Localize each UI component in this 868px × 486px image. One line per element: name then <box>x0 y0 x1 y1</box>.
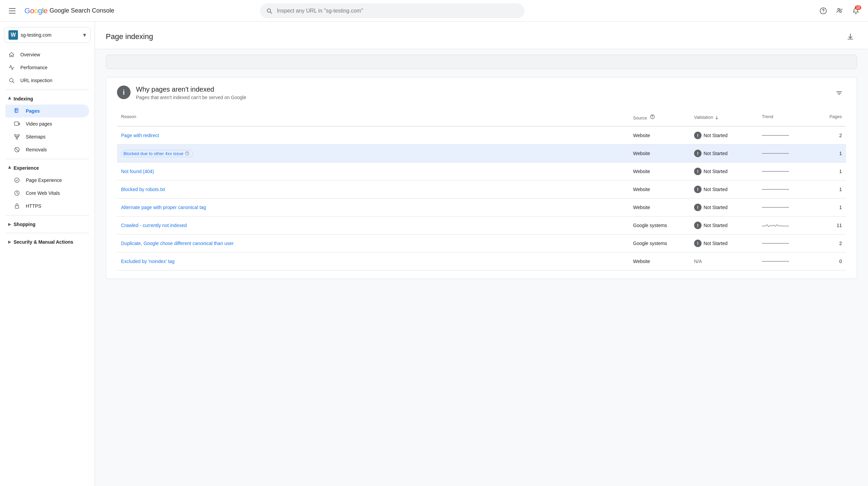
site-name: sg-testing.com <box>21 32 80 38</box>
sidebar-item-pages[interactable]: Pages <box>5 105 89 117</box>
sidebar-item-performance[interactable]: Performance <box>0 61 89 74</box>
table-row[interactable]: Duplicate, Google chose different canoni… <box>117 235 846 253</box>
table-row[interactable]: Alternate page with proper canonical tag… <box>117 199 846 217</box>
overview-label: Overview <box>20 52 40 57</box>
home-icon <box>8 52 15 58</box>
pages-label: Pages <box>26 108 40 114</box>
trend-line-wavy <box>762 221 789 229</box>
filter-icon <box>836 90 843 97</box>
security-section-header[interactable]: ▸ Security & Manual Actions <box>0 236 95 248</box>
table-row[interactable]: Not found (404) Website ! Not Started <box>117 163 846 181</box>
sidebar-item-overview[interactable]: Overview <box>0 48 89 61</box>
chip-help-icon <box>185 151 190 156</box>
sidebar-item-sitemaps[interactable]: Sitemaps <box>5 130 89 143</box>
status-badge: ! Not Started <box>694 222 728 229</box>
experience-subnav: Page Experience Core Web Vitals <box>0 174 95 212</box>
indexing-subnav: Pages Video pages <box>0 105 95 156</box>
warning-icon: ! <box>694 150 702 157</box>
status-badge: ! Not Started <box>694 150 728 157</box>
td-reason: Blocked due to other 4xx issue <box>117 145 629 162</box>
th-validation[interactable]: Validation <box>690 111 758 123</box>
sidebar-item-page-experience[interactable]: Page Experience <box>5 174 89 187</box>
td-trend <box>758 235 819 252</box>
help-icon <box>820 7 827 15</box>
th-pages: Pages <box>819 111 846 123</box>
sidebar-item-video-pages[interactable]: Video pages <box>5 117 89 130</box>
why-title: Why pages aren't indexed <box>136 86 832 93</box>
status-badge: ! Not Started <box>694 132 728 139</box>
th-trend: Trend <box>758 111 819 123</box>
search-bar[interactable] <box>260 3 525 18</box>
td-pages: 1 <box>819 163 846 180</box>
warning-icon: ! <box>694 186 702 193</box>
core-web-vitals-label: Core Web Vitals <box>26 190 60 196</box>
td-validation: ! Not Started <box>690 181 758 198</box>
td-validation: ! Not Started <box>690 127 758 144</box>
search-input[interactable] <box>277 8 519 14</box>
td-source: Google systems <box>629 217 690 234</box>
download-button[interactable] <box>844 30 857 43</box>
why-card-content: i Why pages aren't indexed Pages that ar… <box>106 77 857 279</box>
trend-line <box>762 239 789 247</box>
td-trend <box>758 253 819 270</box>
td-trend <box>758 217 819 234</box>
td-validation: ! Not Started <box>690 145 758 162</box>
td-reason: Blocked by robots.txt <box>117 181 629 198</box>
td-trend <box>758 163 819 180</box>
info-icon: i <box>117 86 131 99</box>
sidebar-item-core-web-vitals[interactable]: Core Web Vitals <box>5 187 89 200</box>
help-button[interactable] <box>816 4 830 18</box>
logo[interactable]: Google Google Search Console <box>24 6 114 15</box>
hamburger-icon <box>6 5 18 16</box>
experience-section-header[interactable]: ▾ Experience <box>0 162 95 174</box>
shopping-section-label: Shopping <box>14 222 36 227</box>
table-row[interactable]: Page with redirect Website ! Not Started <box>117 127 846 145</box>
sidebar-item-https[interactable]: HTTPS <box>5 200 89 212</box>
svg-rect-15 <box>15 206 19 208</box>
warning-icon: ! <box>694 222 702 229</box>
td-trend <box>758 145 819 162</box>
indexing-section-header[interactable]: ▾ Indexing <box>0 93 95 105</box>
search-nav-icon <box>8 77 15 83</box>
sidebar-item-removals[interactable]: Removals <box>5 143 89 156</box>
menu-button[interactable] <box>5 4 19 18</box>
source-help-icon <box>650 114 655 119</box>
na-text: N/A <box>694 259 702 264</box>
shopping-section-header[interactable]: ▸ Shopping <box>0 218 95 230</box>
svg-line-12 <box>15 148 19 152</box>
indexing-section-label: Indexing <box>14 96 33 101</box>
table-row[interactable]: Excluded by 'noindex' tag Website N/A 0 <box>117 253 846 270</box>
site-selector[interactable]: W sg-testing.com ▾ <box>4 27 91 43</box>
why-not-indexed-card: i Why pages aren't indexed Pages that ar… <box>106 77 857 279</box>
header-actions: 10 <box>816 4 863 18</box>
app-header: Google Google Search Console <box>0 0 868 22</box>
table-row[interactable]: Blocked by robots.txt Website ! Not Star… <box>117 181 846 199</box>
top-chart-card <box>106 55 857 69</box>
reason-chip: Blocked due to other 4xx issue <box>121 150 193 157</box>
performance-label: Performance <box>20 65 47 70</box>
filter-button[interactable] <box>832 87 846 100</box>
svg-point-17 <box>652 118 652 118</box>
content-area: i Why pages aren't indexed Pages that ar… <box>95 49 868 293</box>
header-left: Google Google Search Console <box>5 4 114 18</box>
td-trend <box>758 199 819 216</box>
manage-button[interactable] <box>833 4 846 18</box>
table-row[interactable]: Blocked due to other 4xx issue Website <box>117 145 846 163</box>
th-source: Source <box>629 111 690 123</box>
why-subtitle: Pages that aren't indexed can't be serve… <box>136 95 832 100</box>
warning-icon: ! <box>694 204 702 211</box>
td-pages: 2 <box>819 127 846 144</box>
table-row[interactable]: Crawled - currently not indexed Google s… <box>117 217 846 235</box>
manage-icon <box>836 7 843 15</box>
svg-rect-6 <box>15 109 18 113</box>
td-pages: 1 <box>819 181 846 198</box>
trend-line <box>762 167 789 175</box>
sidebar-item-url-inspection[interactable]: URL inspection <box>0 74 89 87</box>
trend-line <box>762 203 789 211</box>
notifications-button[interactable]: 10 <box>849 4 863 18</box>
td-source: Website <box>629 181 690 198</box>
td-pages: 1 <box>819 145 846 162</box>
td-source: Google systems <box>629 235 690 252</box>
td-trend <box>758 181 819 198</box>
td-source: Website <box>629 127 690 144</box>
